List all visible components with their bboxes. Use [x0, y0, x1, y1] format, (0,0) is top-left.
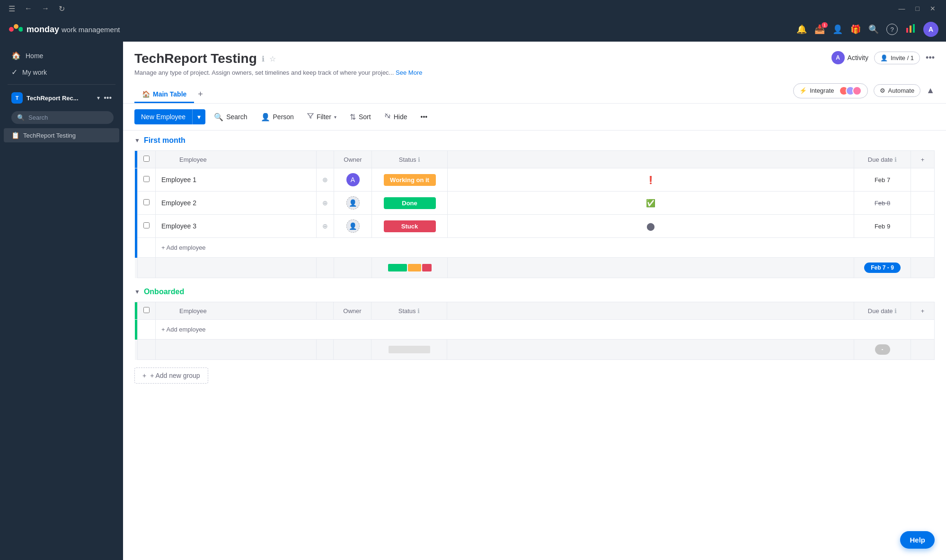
forward-button[interactable]: → — [39, 3, 52, 14]
workspace-chevron-icon: ▾ — [97, 95, 100, 101]
status-cell[interactable]: Done — [372, 192, 448, 215]
add-group-label: + Add new group — [150, 372, 200, 379]
row-add-icon-cell[interactable]: ⊕ — [317, 168, 334, 192]
onboarded-add-employee-row[interactable]: + Add employee — [135, 320, 935, 340]
info-icon[interactable]: ℹ — [262, 54, 265, 63]
summary-checkbox — [138, 258, 156, 278]
filter-button[interactable]: Filter ▾ — [302, 110, 341, 124]
project-more-button[interactable]: ••• — [926, 53, 935, 63]
sort-icon: ⇅ — [350, 113, 356, 122]
sidebar-search[interactable]: 🔍 — [11, 111, 114, 124]
first-month-table: Employee Owner Status ℹ Due — [134, 150, 935, 278]
add-col-header[interactable]: + — [911, 151, 935, 168]
status-badge[interactable]: Stuck — [384, 220, 436, 232]
onboarded-plus-header[interactable]: + — [911, 302, 935, 320]
group-onboarded-header[interactable]: ▼ Onboarded — [123, 282, 946, 302]
close-button[interactable]: ✕ — [925, 3, 940, 14]
status-badge[interactable]: Done — [384, 197, 436, 209]
status-badge[interactable]: Working on it — [384, 174, 436, 186]
project-header: TechReport Testing ℹ ☆ Manage any type o… — [123, 42, 946, 104]
main-layout: 🏠 Home ✓ My work T TechReport Rec... ▾ •… — [0, 42, 946, 560]
search-button[interactable]: 🔍 Search — [209, 110, 252, 124]
onboarded-due-info-icon[interactable]: ℹ — [894, 307, 897, 315]
activity-button[interactable]: A Activity — [831, 51, 868, 64]
onboarded-summary-row: - — [135, 340, 935, 360]
status-info-icon[interactable]: ℹ — [418, 156, 420, 163]
hide-button[interactable]: Hide — [380, 110, 412, 124]
integrate-label: Integrate — [810, 87, 834, 94]
minimize-button[interactable]: — — [894, 3, 910, 14]
refresh-button[interactable]: ↻ — [56, 3, 68, 14]
sidebar-item-home[interactable]: 🏠 Home — [4, 47, 119, 64]
group-first-month-name: First month — [144, 136, 186, 145]
board-item-techreport[interactable]: 📋 TechReport Testing — [4, 128, 119, 142]
toolbar: New Employee ▾ 🔍 Search 👤 Person Filter — [123, 104, 946, 131]
workspace-header[interactable]: T TechReport Rec... ▾ ••• — [4, 88, 119, 107]
chart-icon[interactable] — [905, 23, 916, 36]
help-icon[interactable]: ? — [886, 24, 898, 35]
row-add-icon-cell[interactable]: ⊕ — [317, 192, 334, 215]
owner-avatar-empty[interactable]: 👤 — [346, 196, 360, 210]
status-cell[interactable]: Working on it — [372, 168, 448, 192]
add-group-button[interactable]: + + Add new group — [134, 368, 208, 384]
automate-button[interactable]: ⚙ Automate — [874, 84, 921, 97]
row-checkbox-cell — [138, 192, 156, 215]
back-button[interactable]: ← — [22, 3, 35, 14]
onboarded-add-label[interactable]: + Add employee — [156, 320, 935, 340]
brand-name: monday work management — [27, 25, 120, 35]
add-icon-col-header — [317, 151, 334, 168]
tab-main-table[interactable]: 🏠 Main Table — [134, 87, 194, 103]
owner-avatar-empty[interactable]: 👤 — [346, 219, 360, 233]
see-more-link[interactable]: See More — [396, 69, 422, 76]
summary-plus — [911, 258, 935, 278]
header-collapse-button[interactable]: ▲ — [926, 86, 935, 96]
row-checkbox[interactable] — [143, 176, 150, 182]
workspace-badge: T — [11, 92, 23, 104]
row-add-icon-cell[interactable]: ⊕ — [317, 215, 334, 238]
due-date-label: Feb 9 — [875, 223, 890, 230]
row-checkbox-cell — [138, 215, 156, 238]
date-summary-badge: Feb 7 - 9 — [864, 262, 901, 273]
add-tab-button[interactable]: + — [194, 86, 207, 103]
add-user-icon[interactable]: 👤 — [832, 24, 843, 35]
hamburger-button[interactable]: ☰ — [6, 3, 18, 14]
sidebar-item-mywork[interactable]: ✓ My work — [4, 64, 119, 80]
more-options-button[interactable]: ••• — [416, 110, 432, 123]
group-first-month-header[interactable]: ▼ First month — [123, 131, 946, 150]
status-header-label: Status — [399, 156, 416, 163]
maximize-button[interactable]: □ — [911, 3, 924, 14]
due-info-icon[interactable]: ℹ — [894, 156, 897, 163]
user-avatar[interactable]: A — [923, 22, 938, 37]
sidebar-search-input[interactable] — [28, 114, 108, 121]
owner-avatar-filled[interactable]: A — [346, 173, 360, 186]
svg-rect-5 — [913, 24, 915, 33]
invite-button[interactable]: 👤 Invite / 1 — [874, 52, 920, 64]
gift-icon[interactable]: 🎁 — [850, 24, 861, 35]
workspace-more-icon[interactable]: ••• — [104, 94, 112, 102]
new-employee-button[interactable]: New Employee ▾ — [134, 109, 205, 124]
add-employee-row[interactable]: + Add employee — [135, 238, 935, 258]
onboarded-owner-header: Owner — [334, 302, 371, 320]
alert-col-header — [448, 151, 854, 168]
inbox-icon[interactable]: 📥 1 — [814, 24, 825, 35]
select-all-checkbox[interactable] — [143, 156, 150, 162]
onboarded-status-info-icon[interactable]: ℹ — [417, 307, 420, 315]
onboarded-select-all[interactable] — [143, 307, 150, 313]
sort-button[interactable]: ⇅ Sort — [345, 110, 376, 124]
status-col-header: Status ℹ — [372, 151, 448, 168]
new-employee-dropdown-arrow[interactable]: ▾ — [192, 109, 205, 124]
avatar-group — [837, 86, 862, 96]
status-cell[interactable]: Stuck — [372, 215, 448, 238]
help-button[interactable]: Help — [900, 531, 935, 549]
row-checkbox[interactable] — [143, 222, 150, 228]
integrate-button[interactable]: ⚡ Integrate — [793, 83, 867, 98]
add-employee-label[interactable]: + Add employee — [156, 238, 935, 258]
onboarded-summary-owner — [334, 340, 371, 360]
notifications-icon[interactable]: 🔔 — [796, 24, 807, 35]
filter-icon — [307, 113, 314, 121]
star-icon[interactable]: ☆ — [269, 54, 276, 63]
search-icon[interactable]: 🔍 — [868, 24, 879, 35]
hide-icon — [384, 113, 391, 121]
person-button[interactable]: 👤 Person — [256, 110, 299, 124]
row-checkbox[interactable] — [143, 199, 150, 205]
